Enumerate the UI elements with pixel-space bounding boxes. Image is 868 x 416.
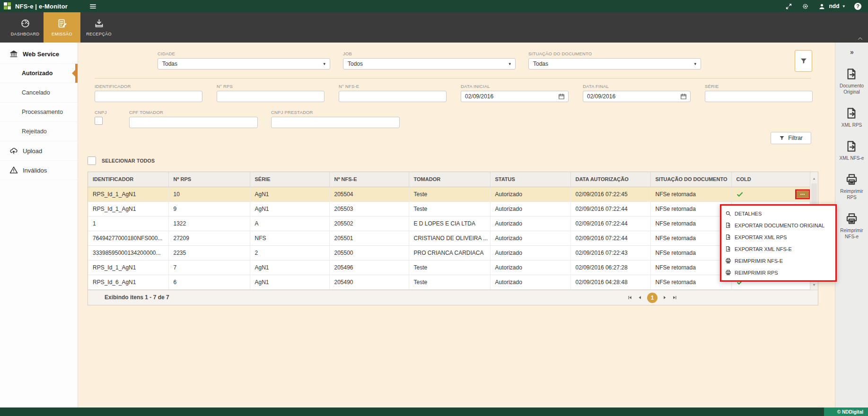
- first-page-icon[interactable]: [627, 295, 632, 300]
- filtrar-label: Filtrar: [788, 135, 803, 141]
- menu-item-exportar-documento-original[interactable]: EXPORTAR DOCUMENTO ORIGINAL: [721, 219, 835, 231]
- sidebar-item-upload[interactable]: Upload: [0, 141, 78, 161]
- cold-check-icon: [736, 191, 743, 198]
- situacao-select[interactable]: Todas: [528, 58, 701, 69]
- current-page-button[interactable]: 1: [647, 293, 658, 303]
- col-cold[interactable]: COLD: [731, 172, 811, 187]
- menu-item-label: EXPORTAR DOCUMENTO ORIGINAL: [735, 223, 824, 228]
- action-xml-rps[interactable]: XML RPS: [837, 107, 867, 128]
- cpf-tomador-input[interactable]: [130, 117, 257, 128]
- table-row[interactable]: RPS_Id_1_AgN17AgN1205496TesteAutorizado0…: [88, 260, 811, 275]
- table-row[interactable]: RPS_Id_6_AgN16AgN1205490TesteAutorizado0…: [88, 275, 811, 289]
- select-all-checkbox[interactable]: [88, 156, 96, 165]
- col-tomador[interactable]: TOMADOR: [409, 172, 490, 187]
- serie-input[interactable]: [705, 91, 812, 102]
- nnfse-label: N° NFS-E: [339, 84, 447, 89]
- table-row[interactable]: 11322A205502E D LOPES E CIA LTDAAutoriza…: [88, 216, 811, 231]
- prev-page-icon[interactable]: [637, 295, 642, 300]
- next-page-icon[interactable]: [662, 295, 667, 300]
- collapse-panel-icon[interactable]: [850, 48, 853, 56]
- sidebar-item-label: Rejeitado: [22, 128, 47, 135]
- fullscreen-icon[interactable]: [785, 3, 792, 10]
- sidebar-item-web-service[interactable]: Web Service: [0, 44, 78, 64]
- settings-gear-icon[interactable]: [802, 3, 809, 10]
- tab-recepcao[interactable]: RECEPÇÃO: [80, 12, 117, 43]
- cell-serie: NFS: [250, 231, 329, 245]
- menu-item-label: REIMPRIMIR NFS-E: [735, 258, 783, 264]
- action-documento-original[interactable]: Documento Original: [837, 68, 867, 95]
- nrps-input[interactable]: [217, 91, 324, 102]
- identificador-input[interactable]: [95, 91, 202, 102]
- tab-label: EMISSÃO: [52, 32, 72, 36]
- col-status[interactable]: STATUS: [490, 172, 570, 187]
- cell-identificador: RPS_Id_1_AgN1: [88, 260, 168, 275]
- cell-data: 02/09/2016 07:22:44: [570, 231, 650, 245]
- sidebar-item-cancelado[interactable]: Cancelado: [0, 83, 78, 103]
- export-document-icon: [725, 234, 731, 240]
- table-header-row: IDENTIFICADOR Nº RPS SÉRIE Nº NFS-E TOMA…: [88, 172, 811, 187]
- action-xml-nfse[interactable]: XML NFS-e: [837, 140, 867, 161]
- cell-serie: AgN1: [250, 260, 329, 275]
- cnpj-checkbox[interactable]: [95, 117, 103, 125]
- menu-item-exportar-xml-nfse[interactable]: EXPORTAR XML NFS-E: [721, 243, 835, 255]
- cidade-select[interactable]: Todas: [158, 58, 330, 69]
- scroll-up-icon[interactable]: [810, 177, 818, 180]
- action-reimprimir-rps[interactable]: Reimprimir RPS: [837, 173, 867, 200]
- cell-rps: 9: [168, 201, 250, 216]
- collapse-toolbar-icon[interactable]: [857, 35, 863, 42]
- cell-situacao: NFSe retornada: [650, 201, 731, 216]
- table-row[interactable]: RPS_Id_1_AgN19AgN1205503TesteAutorizado0…: [88, 201, 811, 216]
- last-page-icon[interactable]: [672, 295, 677, 300]
- job-select[interactable]: Todos: [343, 58, 516, 69]
- tab-dashboard[interactable]: DASHBOARD: [7, 12, 44, 43]
- data-final-input[interactable]: [583, 91, 680, 102]
- col-serie[interactable]: SÉRIE: [250, 172, 329, 187]
- menu-item-reimprimir-rps[interactable]: REIMPRIMIR RPS: [721, 267, 835, 278]
- cnpj-field: CNPJ: [95, 110, 116, 128]
- sidebar-item-processamento[interactable]: Processamento: [0, 103, 78, 122]
- cell-serie: A: [250, 216, 329, 231]
- sidebar-item-autorizado[interactable]: Autorizado: [0, 64, 78, 83]
- table-row[interactable]: 33398595000134200000...22352205500PRO CR…: [88, 245, 811, 260]
- situacao-field: SITUAÇÃO DO DOCUMENTO Todas: [528, 51, 701, 69]
- table-row[interactable]: RPS_Id_1_AgN110AgN1205504TesteAutorizado…: [88, 187, 811, 201]
- col-identificador[interactable]: IDENTIFICADOR: [88, 172, 168, 187]
- scroll-down-icon[interactable]: [810, 283, 818, 286]
- cnpj-prestador-input[interactable]: [272, 117, 399, 128]
- filtrar-button[interactable]: Filtrar: [771, 132, 811, 144]
- cell-rps: 6: [168, 275, 250, 289]
- row-actions-button[interactable]: [797, 191, 809, 198]
- filter-toggle-button[interactable]: [795, 50, 812, 72]
- col-situacao-documento[interactable]: SITUAÇÃO DO DOCUMENTO: [650, 172, 731, 187]
- menu-item-exportar-xml-rps[interactable]: EXPORTAR XML RPS: [721, 231, 835, 243]
- serie-label: SÉRIE: [705, 84, 813, 89]
- sidebar-item-invalidos[interactable]: Inválidos: [0, 161, 78, 180]
- cell-nfse: 205490: [329, 275, 409, 289]
- data-inicial-input[interactable]: [461, 91, 558, 102]
- cell-data: 02/09/2016 07:22:44: [570, 201, 650, 216]
- tab-emissao[interactable]: EMISSÃO: [44, 12, 80, 43]
- help-icon[interactable]: [854, 3, 861, 10]
- table-row[interactable]: 76494277000180NFS000...27209NFS205501CRI…: [88, 231, 811, 245]
- action-reimprimir-nfse[interactable]: Reimprimir NFS-e: [837, 212, 867, 240]
- menu-item-reimprimir-nfse[interactable]: REIMPRIMIR NFS-E: [721, 255, 835, 267]
- calendar-icon[interactable]: [558, 93, 565, 100]
- col-data-autorizacao[interactable]: DATA AUTORIZAÇÃO: [570, 172, 650, 187]
- select-all-row: SELECIONAR TODOS: [88, 156, 818, 165]
- sidebar-item-rejeitado[interactable]: Rejeitado: [0, 122, 78, 141]
- nnfse-input[interactable]: [339, 91, 446, 102]
- user-menu[interactable]: ndd: [818, 3, 845, 10]
- details-icon: [725, 210, 731, 217]
- hamburger-menu-icon[interactable]: [89, 3, 96, 10]
- tab-label: RECEPÇÃO: [86, 32, 112, 36]
- action-label: Documento Original: [837, 83, 867, 95]
- export-document-icon: [845, 140, 858, 153]
- menu-item-detalhes[interactable]: DETALHES: [721, 208, 835, 219]
- col-nrps[interactable]: Nº RPS: [168, 172, 250, 187]
- cell-identificador: 76494277000180NFS000...: [88, 231, 168, 245]
- chevron-down-icon: [842, 4, 845, 9]
- cnpj-prestador-label: CNPJ PRESTADOR: [271, 110, 400, 115]
- grid-footer: Exibindo itens 1 - 7 de 7 1: [88, 290, 818, 305]
- col-nnfse[interactable]: Nº NFS-E: [329, 172, 409, 187]
- calendar-icon[interactable]: [680, 93, 687, 100]
